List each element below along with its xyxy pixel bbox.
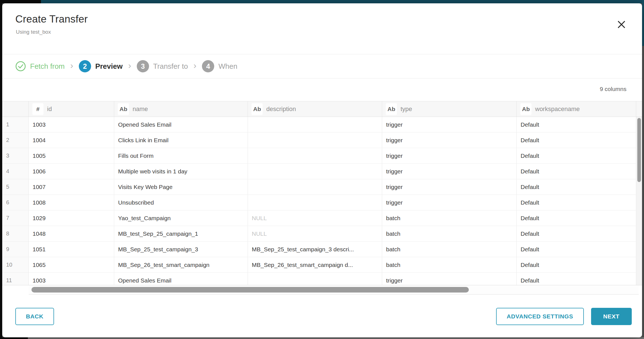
check-circle-icon: [15, 61, 26, 72]
row-number: 6: [2, 195, 29, 210]
column-type-icon: Ab: [118, 103, 129, 115]
cell-name: Yao_test_Campaign: [114, 210, 248, 226]
cell-workspacename: Default: [517, 273, 636, 285]
step-transfer-to[interactable]: 3 Transfer to: [137, 60, 188, 72]
chevron-right-icon: ›: [70, 61, 73, 72]
table-row: 6 1008 Unsubscribed trigger Default: [2, 195, 636, 210]
cell-type: trigger: [382, 148, 517, 163]
cell-description: NULL: [248, 210, 382, 226]
create-transfer-dialog: Create Transfer Using test_box Fetch fro…: [2, 3, 642, 337]
row-number: 8: [2, 226, 29, 241]
row-number: 1: [2, 117, 29, 132]
step-preview[interactable]: 2 Preview: [79, 60, 123, 72]
cell-id: 1003: [29, 117, 114, 132]
backdrop-top-left: [0, 0, 41, 3]
step-when[interactable]: 4 When: [202, 60, 237, 72]
cell-workspacename: Default: [517, 117, 636, 132]
cell-workspacename: Default: [517, 164, 636, 179]
step-label: Fetch from: [30, 62, 65, 71]
advanced-settings-button[interactable]: ADVANCED SETTINGS: [496, 308, 584, 325]
table-body: 1 1003 Opened Sales Email trigger Defaul…: [2, 117, 642, 285]
step-number: 2: [79, 60, 91, 72]
step-label: Preview: [95, 62, 123, 71]
cell-workspacename: Default: [517, 132, 636, 148]
close-button[interactable]: [614, 17, 629, 32]
step-fetch-from[interactable]: Fetch from: [15, 61, 65, 72]
cell-description: NULL: [248, 226, 382, 241]
table-row: 4 1006 Multiple web visits in 1 day trig…: [2, 164, 636, 179]
step-label: Transfer to: [153, 62, 188, 71]
row-number: 9: [2, 242, 29, 257]
cell-id: 1008: [29, 195, 114, 210]
backdrop-left-edge: [0, 3, 2, 337]
vertical-scrollbar-thumb[interactable]: [637, 118, 641, 182]
table-row: 5 1007 Visits Key Web Page trigger Defau…: [2, 179, 636, 195]
cell-name: Opened Sales Email: [114, 273, 248, 285]
cell-type: batch: [382, 242, 517, 257]
table-row: 1 1003 Opened Sales Email trigger Defaul…: [2, 117, 636, 132]
page-title: Create Transfer: [15, 13, 88, 25]
dialog-subtitle: Using test_box: [16, 29, 51, 35]
column-header: Ab description: [248, 101, 382, 117]
column-header: Ab workspacename: [517, 101, 636, 117]
table-row: 3 1005 Fills out Form trigger Default: [2, 148, 636, 164]
cell-workspacename: Default: [517, 179, 636, 195]
cell-workspacename: Default: [517, 226, 636, 241]
cell-type: batch: [382, 210, 517, 226]
table-row: 2 1004 Clicks Link in Email trigger Defa…: [2, 132, 636, 148]
cell-name: Opened Sales Email: [114, 117, 248, 132]
cell-type: batch: [382, 226, 517, 241]
cell-description: [248, 132, 382, 148]
table-row: 7 1029 Yao_test_Campaign NULL batch Defa…: [2, 210, 636, 226]
cell-name: MB_Sep_25_test_campaign_3: [114, 242, 248, 257]
cell-name: MB_Sep_26_test_smart_campaign: [114, 257, 248, 272]
cell-id: 1048: [29, 226, 114, 241]
cell-type: trigger: [382, 117, 517, 132]
table-row: 10 1065 MB_Sep_26_test_smart_campaign MB…: [2, 257, 636, 273]
cell-description: [248, 164, 382, 179]
next-button[interactable]: NEXT: [591, 308, 632, 325]
cell-workspacename: Default: [517, 210, 636, 226]
step-number: 3: [137, 60, 149, 72]
cell-workspacename: Default: [517, 242, 636, 257]
column-header: Ab name: [114, 101, 248, 117]
horizontal-scrollbar-track: [29, 285, 639, 294]
column-label: name: [133, 105, 148, 113]
column-type-icon: Ab: [520, 103, 531, 115]
column-header: # id: [29, 101, 114, 117]
cell-name: Multiple web visits in 1 day: [114, 164, 248, 179]
row-number: 5: [2, 179, 29, 195]
cell-type: trigger: [382, 132, 517, 148]
horizontal-scrollbar-thumb[interactable]: [31, 287, 469, 293]
cell-workspacename: Default: [517, 148, 636, 163]
row-number: 2: [2, 132, 29, 148]
cell-description: [248, 195, 382, 210]
stepper: Fetch from › 2 Preview › 3 Transfer to ›…: [15, 54, 237, 78]
table-header: # id Ab name Ab description: [2, 101, 642, 117]
row-number: 11: [2, 273, 29, 285]
screen: Create Transfer Using test_box Fetch fro…: [0, 0, 644, 339]
row-number: 7: [2, 210, 29, 226]
cell-description: [248, 148, 382, 163]
backdrop-bottom-left: [0, 337, 28, 339]
cell-id: 1007: [29, 179, 114, 195]
column-type-icon: #: [32, 103, 43, 115]
backdrop-right-edge: [642, 0, 644, 46]
cell-name: Fills out Form: [114, 148, 248, 163]
column-label: type: [401, 105, 412, 113]
row-number: 4: [2, 164, 29, 179]
cell-type: trigger: [382, 195, 517, 210]
cell-workspacename: Default: [517, 257, 636, 272]
table-row: 8 1048 MB_test_Sep_25_campaign_1 NULL ba…: [2, 226, 636, 242]
preview-table: # id Ab name Ab description: [2, 101, 642, 294]
dialog-footer: BACK ADVANCED SETTINGS NEXT: [15, 308, 632, 325]
cell-name: Unsubscribed: [114, 195, 248, 210]
step-label: When: [218, 62, 237, 71]
cell-name: MB_test_Sep_25_campaign_1: [114, 226, 248, 241]
column-label: description: [266, 105, 296, 113]
cell-type: trigger: [382, 273, 517, 285]
back-button[interactable]: BACK: [15, 308, 54, 325]
column-header: Ab type: [382, 101, 517, 117]
cell-id: 1029: [29, 210, 114, 226]
row-number: 3: [2, 148, 29, 163]
